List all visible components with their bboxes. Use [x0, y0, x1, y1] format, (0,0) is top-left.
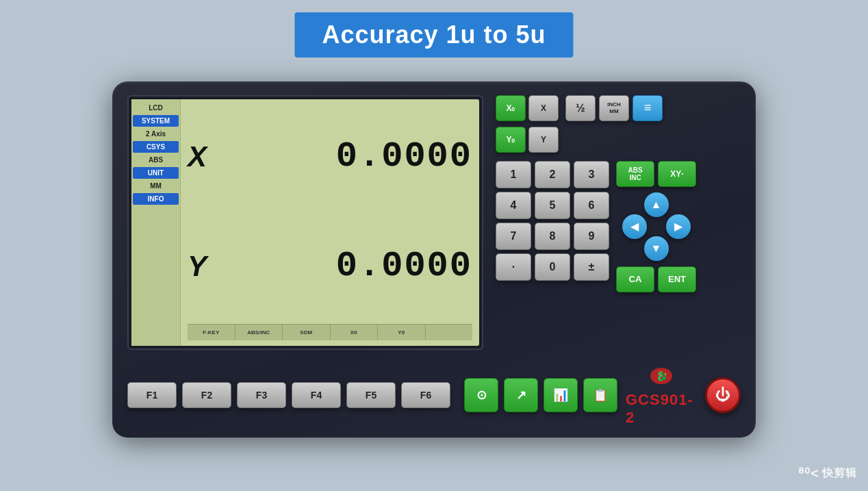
y-label: Y — [188, 250, 215, 283]
bar-fkey[interactable]: F-KEY — [188, 325, 235, 340]
f2-button[interactable]: F2 — [182, 382, 231, 408]
svg-text:🐉: 🐉 — [656, 370, 668, 382]
menu-sidebar: LCD SYSTEM 2 Axis CSYS ABS UNIT MM INFO — [131, 99, 181, 346]
bar-y0[interactable]: Y0 — [378, 325, 426, 340]
device-body: LCD SYSTEM 2 Axis CSYS ABS UNIT MM INFO … — [112, 81, 756, 438]
screen: LCD SYSTEM 2 Axis CSYS ABS UNIT MM INFO … — [131, 99, 479, 346]
menu-button[interactable]: ≡ — [633, 95, 663, 121]
y0-button[interactable]: Y₀ — [496, 127, 526, 153]
num-4[interactable]: 4 — [496, 192, 531, 219]
action-buttons-bottom: CA ENT — [616, 266, 696, 292]
device-top-section: LCD SYSTEM 2 Axis CSYS ABS UNIT MM INFO … — [127, 95, 741, 350]
power-icon: ⏻ — [715, 386, 730, 404]
top-function-buttons: ½ INCHMM ≡ — [565, 95, 663, 121]
screen-bottom-bar: F-KEY ABS/INC SDM X0 Y0 — [188, 324, 472, 340]
axis-buttons: X₀ X Y₀ Y — [496, 95, 559, 153]
num-9[interactable]: 9 — [574, 223, 609, 250]
num-7[interactable]: 7 — [496, 223, 531, 250]
y-button[interactable]: Y — [528, 127, 559, 153]
bar-absinc[interactable]: ABS/INC — [235, 325, 283, 340]
screen-container: LCD SYSTEM 2 Axis CSYS ABS UNIT MM INFO … — [127, 95, 483, 350]
bar-empty — [426, 325, 473, 340]
num-5[interactable]: 5 — [535, 192, 570, 219]
x-value: 0.0000 — [215, 136, 472, 177]
f4-button[interactable]: F4 — [292, 382, 341, 408]
num-6[interactable]: 6 — [574, 192, 609, 219]
action-buttons-top: ABSINC XY· — [616, 161, 696, 187]
watermark: ⁸⁰< 快剪辑 — [798, 465, 857, 481]
num-plusminus[interactable]: ± — [574, 253, 609, 281]
watermark-text: 快剪辑 — [822, 466, 857, 481]
model-text: GCS901-2 — [626, 391, 697, 427]
menu-abs[interactable]: ABS — [133, 154, 179, 166]
right-panel: X₀ X Y₀ Y ½ INCHMM ≡ — [496, 95, 741, 350]
dragon-logo-icon: 🐉 — [646, 364, 676, 388]
icon-btn-1[interactable]: ⊙ — [464, 378, 498, 412]
icon-btn-3[interactable]: 📊 — [544, 378, 578, 412]
f-keys: F1 F2 F3 F4 F5 F6 — [127, 382, 450, 408]
x-label: X — [188, 140, 215, 173]
dpad: ▲ ◀ ▶ ▼ — [622, 192, 691, 261]
dpad-down[interactable]: ▼ — [644, 236, 669, 261]
x-axis-row: X 0.0000 — [188, 105, 472, 209]
x-button[interactable]: X — [528, 95, 559, 121]
num-1[interactable]: 1 — [496, 161, 531, 188]
menu-mm[interactable]: MM — [133, 180, 179, 192]
menu-system[interactable]: SYSTEM — [133, 115, 179, 127]
y-axis-row: Y 0.0000 — [188, 214, 472, 318]
num-3[interactable]: 3 — [574, 161, 609, 188]
y-value: 0.0000 — [215, 246, 472, 286]
power-button[interactable]: ⏻ — [705, 377, 741, 413]
f1-button[interactable]: F1 — [127, 382, 177, 408]
dpad-action-section: ABSINC XY· ▲ ◀ ▶ ▼ CA ENT — [616, 161, 696, 292]
ent-button[interactable]: ENT — [658, 266, 696, 292]
title-banner: Accuracy 1u to 5u — [294, 12, 573, 58]
half-button[interactable]: ½ — [565, 95, 596, 121]
x0-button[interactable]: X₀ — [496, 95, 526, 121]
icon-btn-4[interactable]: 📋 — [583, 378, 617, 412]
y-axis-pair: Y₀ Y — [496, 127, 559, 153]
bar-x0[interactable]: X0 — [331, 325, 379, 340]
screen-main: X 0.0000 Y 0.0000 F-KEY ABS/INC SDM X0 Y… — [181, 99, 479, 346]
num-dot[interactable]: · — [496, 253, 531, 281]
icon-buttons: ⊙ ↗ 📊 📋 — [464, 378, 617, 412]
ca-button[interactable]: CA — [616, 266, 654, 292]
menu-info[interactable]: INFO — [133, 193, 179, 205]
xy-button[interactable]: XY· — [658, 161, 696, 187]
num-8[interactable]: 8 — [535, 223, 570, 250]
watermark-logo: ⁸⁰< — [798, 465, 819, 481]
abs-inc-button[interactable]: ABSINC — [616, 161, 654, 187]
bar-sdm[interactable]: SDM — [283, 325, 331, 340]
dpad-right[interactable]: ▶ — [666, 214, 691, 239]
num-2[interactable]: 2 — [535, 161, 570, 188]
numpad: 1 2 3 4 5 6 7 8 9 · 0 ± — [496, 161, 609, 292]
menu-unit[interactable]: UNIT — [133, 167, 179, 179]
logo-area: 🐉 GCS901-2 — [626, 364, 697, 427]
device-bottom: F1 F2 F3 F4 F5 F6 ⊙ ↗ 📊 📋 🐉 GCS901-2 ⏻ — [127, 358, 741, 427]
icon-btn-2[interactable]: ↗ — [504, 378, 538, 412]
f3-button[interactable]: F3 — [237, 382, 286, 408]
f5-button[interactable]: F5 — [346, 382, 396, 408]
dpad-up[interactable]: ▲ — [644, 192, 669, 217]
dpad-left[interactable]: ◀ — [622, 214, 647, 239]
num-0[interactable]: 0 — [535, 253, 570, 281]
menu-2axis[interactable]: 2 Axis — [133, 128, 179, 140]
inch-mm-button[interactable]: INCHMM — [599, 95, 629, 121]
f6-button[interactable]: F6 — [401, 382, 450, 408]
menu-lcd[interactable]: LCD — [133, 102, 179, 114]
title-text: Accuracy 1u to 5u — [322, 21, 546, 49]
menu-csys[interactable]: CSYS — [133, 141, 179, 153]
x-axis-pair: X₀ X — [496, 95, 559, 121]
